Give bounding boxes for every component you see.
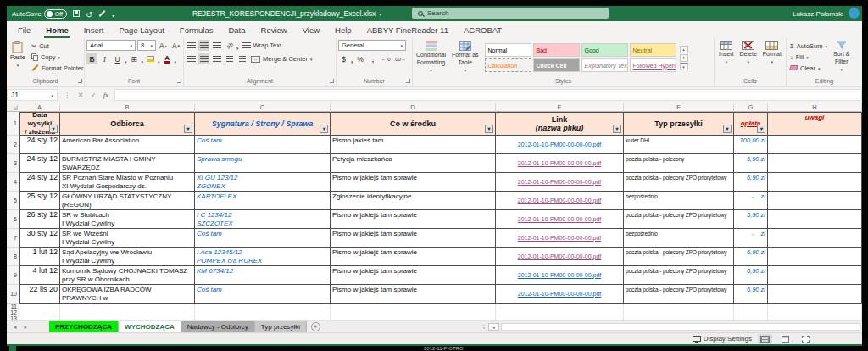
italic-button[interactable]: I [99,53,110,64]
empty-cell[interactable] [496,309,624,315]
cell-type[interactable]: bezpośrednio [624,229,734,248]
align-left-button[interactable] [186,53,197,64]
header-sygnatura[interactable]: Sygnatura / Strony / Sprawa [195,112,331,136]
cell-recipient[interactable]: American Bar Association [60,136,195,154]
sort-filter-button[interactable]: Sort & Filter [832,39,851,76]
column-header-F[interactable]: F [624,103,734,112]
fill-color-button[interactable] [145,53,156,64]
file-link[interactable]: 2012-01-10-PM00-00-00-00.pdf [518,197,601,205]
name-box[interactable]: J1 [7,89,58,101]
normal-view-button[interactable] [758,334,772,343]
row-header-7[interactable]: 7 [7,229,19,248]
cell-type[interactable]: poczta polska - polecony ZPO priorytetow… [624,285,734,304]
copy-button[interactable]: Copy [30,52,86,62]
empty-cell[interactable] [734,309,768,315]
formula-input[interactable] [114,89,862,101]
empty-cell[interactable] [60,309,195,315]
row-header-3[interactable]: 3 [7,154,19,173]
undo-icon[interactable] [86,6,92,21]
empty-cell[interactable] [624,315,734,321]
cell-content[interactable]: Pismo w jakiejś tam sprawie [331,229,496,248]
empty-cell[interactable] [624,309,734,315]
header-oplata[interactable]: opłata [734,112,768,136]
autosum-button[interactable]: ΣAutoSum [788,41,829,51]
insert-cells-button[interactable]: Insert [717,39,736,76]
column-header-G[interactable]: G [734,103,768,112]
column-header-H[interactable]: H [768,103,862,112]
number-format-select[interactable]: General [338,40,406,51]
conditional-formatting-button[interactable]: Conditional Formatting [415,39,448,76]
filter-button[interactable] [184,125,192,133]
increase-font-button[interactable]: A▴ [158,40,169,51]
column-header-A[interactable]: A [19,103,60,112]
header-uwagi[interactable]: uwagi [768,112,862,136]
filter-button[interactable] [757,125,765,133]
empty-cell[interactable] [60,304,195,309]
cell-fee[interactable]: 6,90 zł [734,248,768,266]
decrease-font-button[interactable]: A▾ [170,40,181,51]
cell-date[interactable]: 24 sty 12 [19,173,60,192]
cell-date[interactable]: 4 lut 12 [19,266,60,285]
gallery-more-icon[interactable] [680,63,688,70]
ribbon-tab-insert[interactable]: Insert [76,21,112,38]
empty-cell[interactable] [19,315,60,321]
empty-cell[interactable] [195,304,331,309]
borders-button[interactable]: ⊞ [129,53,140,64]
row-header-10[interactable]: 10 [7,285,19,304]
cell-style-check-cell[interactable]: Check Cell [533,58,580,72]
filter-button[interactable] [49,125,58,133]
cell-link[interactable]: 2012-01-10-PM00-00-00-00.pdf [496,285,624,304]
taskbar-excel-icon[interactable] [9,346,16,351]
sheet-tab-wychodząca[interactable]: WYCHODZĄCA [119,321,181,332]
cell-style-explanatory-text[interactable]: Explanatory Text [581,58,628,72]
autosave-toggle[interactable]: AutoSave Off [12,9,67,19]
fill-button[interactable]: ↓Fill [788,52,829,62]
alignment-dialog-launcher-icon[interactable] [330,79,334,83]
cell-style-bad[interactable]: Bad [533,43,580,57]
font-family-select[interactable]: Arial [86,40,136,51]
cell-notes[interactable] [768,266,862,285]
empty-cell[interactable] [331,315,496,321]
font-dialog-launcher-icon[interactable] [177,79,181,83]
row-header-13[interactable]: 13 [7,315,19,321]
cell-fee[interactable]: 100,00 zł [734,136,768,154]
file-link[interactable]: 2012-01-10-PM00-00-00-00.pdf [518,271,601,280]
percent-style-button[interactable]: % [355,53,366,64]
horizontal-scrollbar[interactable] [501,323,860,331]
cell-content[interactable]: Pismo w jakiejś tam sprawie [331,266,496,285]
cell-notes[interactable] [768,285,862,304]
file-link[interactable]: 2012-01-10-PM00-00-00-00.pdf [518,141,601,149]
clear-button[interactable]: Clear [788,63,829,73]
decrease-decimal-button[interactable]: .00→ [393,53,407,64]
cell-content[interactable]: Pismo w jakiejś tam sprawie [331,210,496,229]
cell-link[interactable]: 2012-01-10-PM00-00-00-00.pdf [496,248,624,266]
row-header-1[interactable]: 1 [7,112,19,136]
row-header-9[interactable]: 9 [7,266,19,285]
empty-cell[interactable] [331,304,496,309]
cell-case[interactable]: XI GU 123/12ZGONEX [195,173,331,192]
delete-cells-button[interactable]: Delete [738,39,759,76]
file-link[interactable]: 2012-01-10-PM00-00-00-00.pdf [518,234,601,242]
top-align-button[interactable] [186,40,197,51]
empty-cell[interactable] [60,315,195,321]
cell-date[interactable]: 26 sty 12 [19,210,60,229]
empty-cell[interactable] [768,309,862,315]
page-break-view-button[interactable] [798,334,813,343]
cell-case[interactable]: KM 6734/12 [195,266,331,285]
row-header-8[interactable]: 8 [7,248,19,266]
save-icon[interactable] [73,10,80,17]
cell-notes[interactable] [768,248,862,266]
empty-cell[interactable] [195,315,331,321]
accounting-format-button[interactable]: $ [338,53,349,64]
merge-center-button[interactable]: ↔Merge & Center [249,54,314,64]
font-size-select[interactable]: 8 [137,40,156,51]
file-link[interactable]: 2012-01-10-PM00-00-00-00.pdf [518,290,601,298]
number-dialog-launcher-icon[interactable] [406,79,410,83]
cell-type[interactable]: poczta polska - polecony ZPO priorytetow… [624,210,734,229]
cell-case[interactable]: Coś tam [195,136,331,154]
column-header-D[interactable]: D [331,103,496,112]
cell-date[interactable]: 1 lut 12 [19,248,60,266]
file-link[interactable]: 2012-01-10-PM00-00-00-00.pdf [518,215,601,224]
cell-recipient[interactable]: SR we WrześniI Wydział Cywilny [60,229,195,248]
cell-date[interactable]: 24 sty 12 [19,154,60,173]
